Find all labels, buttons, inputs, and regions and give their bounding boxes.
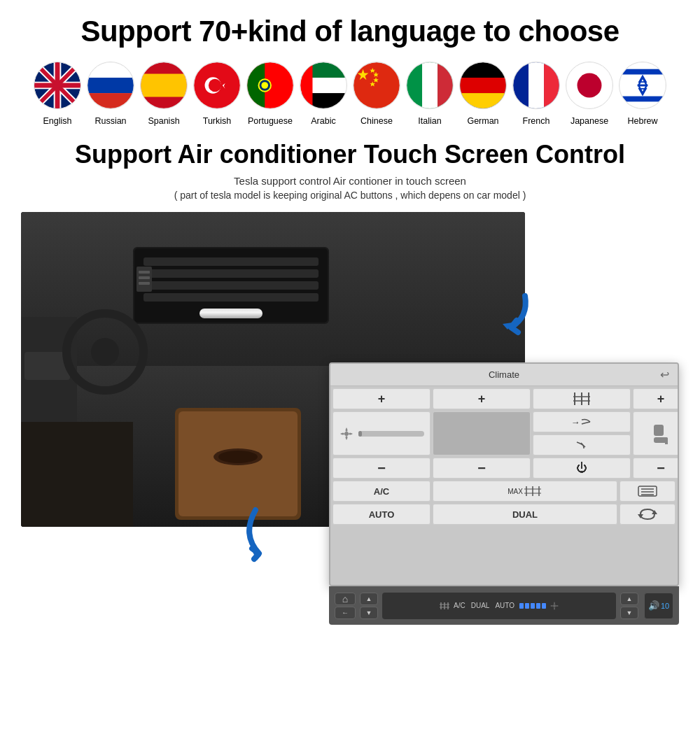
lang-label-chinese: Chinese xyxy=(350,116,403,126)
ac-image-area: Climate ↩ + + + xyxy=(21,212,679,625)
lang-label-english: English xyxy=(31,116,84,126)
blue-arrow-down xyxy=(234,503,298,569)
language-section: Support 70+kind of language to choose xyxy=(21,14,679,126)
flag-german xyxy=(459,62,507,109)
lang-label-german: German xyxy=(456,116,510,126)
flag-french xyxy=(512,62,560,109)
home-button[interactable]: ⌂ xyxy=(335,593,356,605)
flag-spanish xyxy=(140,62,188,109)
svg-rect-12 xyxy=(88,78,134,93)
svg-rect-85 xyxy=(139,271,150,274)
svg-rect-108 xyxy=(665,437,668,444)
ac-button[interactable]: A/C xyxy=(332,481,430,502)
svg-point-105 xyxy=(344,432,349,436)
temp-left-plus[interactable]: + xyxy=(332,388,430,409)
fan-plus[interactable]: + xyxy=(633,388,679,409)
svg-rect-59 xyxy=(544,62,559,108)
svg-rect-82 xyxy=(144,293,318,302)
main-title: Support 70+kind of language to choose xyxy=(21,14,679,49)
fan-minus[interactable]: − xyxy=(633,458,679,479)
flag-english xyxy=(34,62,81,109)
lang-label-japanese: Japanese xyxy=(563,116,616,126)
svg-rect-53 xyxy=(460,78,506,93)
flag-japanese xyxy=(566,62,613,109)
svg-rect-67 xyxy=(620,69,666,75)
lang-label-french: French xyxy=(510,116,563,126)
svg-rect-83 xyxy=(200,309,262,318)
flag-hebrew xyxy=(619,62,666,109)
svg-point-22 xyxy=(209,79,221,92)
defrost-btn[interactable] xyxy=(533,388,631,409)
lang-label-arabic: Arabic xyxy=(297,116,350,126)
svg-point-97 xyxy=(91,338,119,366)
climate-title: Climate xyxy=(489,369,519,380)
lang-label-portuguese: Portuguese xyxy=(244,116,297,126)
fan-control[interactable] xyxy=(332,411,430,455)
flag-italian xyxy=(406,62,454,109)
nav-right-down[interactable]: ▼ xyxy=(620,607,638,619)
lang-label-russian: Russian xyxy=(84,116,137,126)
svg-rect-49 xyxy=(438,62,453,108)
temp-left-minus[interactable]: − xyxy=(332,458,430,479)
svg-rect-87 xyxy=(139,282,150,285)
airflow-right[interactable]: → xyxy=(533,411,631,432)
rear-defrost[interactable] xyxy=(620,481,676,502)
back-button[interactable]: ← xyxy=(335,607,356,619)
recirculate-btn[interactable] xyxy=(620,504,676,525)
svg-rect-80 xyxy=(144,269,318,278)
auto-button[interactable]: AUTO xyxy=(332,504,430,525)
temp-right-minus[interactable]: − xyxy=(433,458,531,479)
flag-russian xyxy=(87,62,134,109)
svg-point-125 xyxy=(553,604,556,607)
flag-arabic xyxy=(300,62,347,109)
lang-label-hebrew: Hebrew xyxy=(616,116,669,126)
temp-right-plus[interactable]: + xyxy=(433,388,531,409)
climate-header: Climate ↩ xyxy=(330,364,678,386)
svg-rect-68 xyxy=(620,97,666,102)
nav-right-up[interactable]: ▲ xyxy=(620,593,638,605)
svg-rect-36 xyxy=(300,62,312,108)
svg-rect-48 xyxy=(422,62,438,108)
lang-label-turkish: Turkish xyxy=(190,116,244,126)
blue-arrow-right xyxy=(469,282,532,348)
lang-label-italian: Italian xyxy=(403,116,456,126)
language-labels: English Russian Spanish Turkish Portugue… xyxy=(21,116,679,126)
climate-panel: Climate ↩ + + + xyxy=(329,362,679,586)
svg-rect-81 xyxy=(144,281,318,290)
bottom-strip-panel: ⌂ ← ▲ ▼ A/C DUAL AUTO xyxy=(329,586,679,625)
svg-rect-58 xyxy=(528,62,544,108)
volume-button[interactable]: 🔊10 xyxy=(644,593,673,619)
dual-button[interactable]: DUAL xyxy=(433,504,617,525)
svg-rect-86 xyxy=(139,276,150,279)
ac-section: Support Air conditioner Touch Screen Con… xyxy=(21,140,679,625)
page-wrapper: Support 70+kind of language to choose xyxy=(0,0,700,639)
svg-point-30 xyxy=(261,83,268,90)
power-btn[interactable]: ⏻ xyxy=(533,458,631,479)
svg-rect-39 xyxy=(354,62,400,108)
svg-point-92 xyxy=(218,451,258,463)
max-defrost[interactable]: MAX xyxy=(433,481,617,502)
ac-strip-display: A/C DUAL AUTO xyxy=(382,593,616,619)
svg-rect-95 xyxy=(21,422,133,527)
ac-subtitle2: ( part of tesla model is keeping origina… xyxy=(21,190,679,201)
lang-label-spanish: Spanish xyxy=(137,116,190,126)
svg-point-63 xyxy=(578,73,602,98)
nav-up[interactable]: ▲ xyxy=(360,593,378,605)
flag-turkish xyxy=(193,62,241,109)
ac-title: Support Air conditioner Touch Screen Con… xyxy=(21,140,679,169)
svg-rect-17 xyxy=(141,74,187,97)
airflow-down[interactable] xyxy=(533,434,631,455)
svg-rect-13 xyxy=(88,93,134,108)
svg-rect-79 xyxy=(144,257,318,266)
flag-portuguese xyxy=(246,62,294,109)
svg-rect-106 xyxy=(654,425,664,436)
svg-rect-54 xyxy=(460,93,506,108)
flag-chinese xyxy=(353,62,400,109)
ac-subtitle: Tesla support control Air contioner in t… xyxy=(21,175,679,187)
temp-display xyxy=(433,411,531,455)
nav-down[interactable]: ▼ xyxy=(360,607,378,619)
flags-row xyxy=(21,62,679,109)
seat-icon[interactable] xyxy=(633,411,679,455)
climate-back-icon[interactable]: ↩ xyxy=(660,368,669,381)
